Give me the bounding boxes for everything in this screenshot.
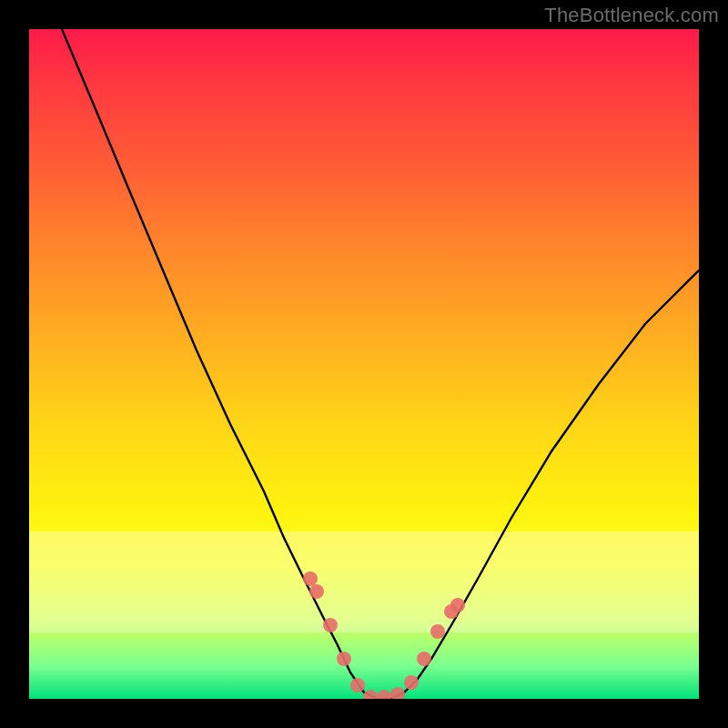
plot-area bbox=[29, 29, 699, 699]
marker-dot bbox=[350, 678, 365, 693]
marker-dot bbox=[377, 690, 391, 699]
marker-group bbox=[303, 571, 465, 699]
marker-dot bbox=[430, 624, 445, 639]
marker-dot bbox=[337, 652, 351, 666]
bottleneck-curve bbox=[62, 29, 699, 699]
marker-dot bbox=[309, 584, 324, 599]
marker-dot bbox=[363, 690, 378, 699]
marker-dot bbox=[450, 598, 465, 612]
marker-dot bbox=[404, 675, 419, 690]
curve-layer bbox=[29, 29, 699, 699]
marker-dot bbox=[417, 652, 431, 666]
watermark-text: TheBottleneck.com bbox=[544, 4, 719, 27]
marker-dot bbox=[323, 618, 338, 632]
outer-frame: TheBottleneck.com bbox=[0, 0, 728, 728]
marker-dot bbox=[390, 687, 405, 699]
marker-dot bbox=[303, 571, 318, 586]
